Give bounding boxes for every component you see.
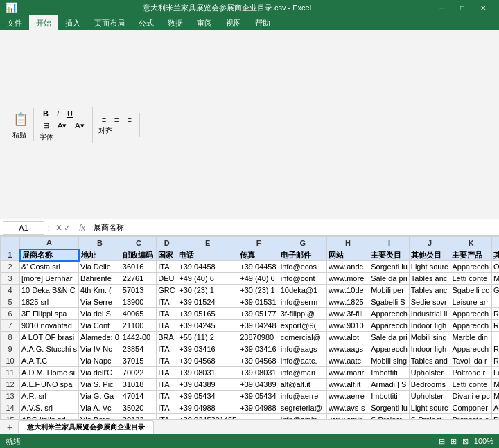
- row-header[interactable]: 3: [1, 273, 20, 285]
- cell[interactable]: +39 04248: [238, 320, 279, 332]
- align-center-button[interactable]: ≡: [111, 114, 122, 125]
- cell[interactable]: ITA: [157, 261, 177, 273]
- cell[interactable]: alf@alf.it: [279, 379, 326, 391]
- col-header-e[interactable]: E: [177, 237, 238, 249]
- cell[interactable]: Radio and: [491, 355, 499, 367]
- cell[interactable]: +39 04245: [177, 320, 238, 332]
- cell[interactable]: +39 04389: [177, 379, 238, 391]
- cell[interactable]: Sorgenti lu: [369, 402, 410, 414]
- cell-reference-input[interactable]: [3, 221, 44, 235]
- menu-insert[interactable]: 插入: [58, 15, 87, 30]
- cell[interactable]: Bedrooms: [409, 379, 450, 391]
- cell[interactable]: ITA: [157, 414, 177, 420]
- cell[interactable]: 国家: [157, 249, 177, 261]
- cell[interactable]: info@amin: [279, 414, 326, 420]
- cell[interactable]: Mobili sing: [409, 332, 450, 343]
- cell[interactable]: Via Delle: [79, 261, 121, 273]
- cell[interactable]: Indoor ligh: [409, 320, 450, 332]
- maximize-button[interactable]: □: [452, 0, 473, 15]
- cell[interactable]: Apparecch: [369, 343, 410, 355]
- cell[interactable]: +39 08031: [177, 367, 238, 379]
- cell[interactable]: 40065: [121, 308, 157, 320]
- cell[interactable]: 35020: [121, 402, 157, 414]
- cell[interactable]: Via G. Ga: [79, 391, 121, 402]
- cell[interactable]: www.more: [326, 273, 369, 285]
- menu-formula[interactable]: 公式: [132, 15, 161, 30]
- cell[interactable]: Via Cont: [79, 320, 121, 332]
- cell[interactable]: info@ecos: [279, 261, 326, 273]
- col-header-k[interactable]: K: [450, 237, 491, 249]
- cell[interactable]: Modern sc: [491, 391, 499, 402]
- paste-button[interactable]: 📋: [10, 109, 29, 129]
- cell[interactable]: A.L.F.UNO spa: [20, 379, 79, 391]
- cancel-formula-icon[interactable]: ✕: [55, 223, 62, 233]
- cell[interactable]: +39 08031: [238, 367, 279, 379]
- row-header[interactable]: 10: [1, 355, 20, 367]
- cell[interactable]: ITA: [157, 367, 177, 379]
- cell[interactable]: +39 03416: [177, 343, 238, 355]
- cell[interactable]: export@9(: [279, 320, 326, 332]
- cell[interactable]: +30 (23) 1: [238, 285, 279, 296]
- cell[interactable]: Sgabelli S: [369, 296, 410, 308]
- cell[interactable]: 网站: [326, 249, 369, 261]
- cell[interactable]: 22761: [121, 273, 157, 285]
- minimize-button[interactable]: ─: [431, 0, 452, 15]
- cell[interactable]: Apparecch: [450, 308, 491, 320]
- cell[interactable]: Mobili sing: [369, 355, 410, 367]
- cell[interactable]: S.Project: [409, 414, 450, 420]
- cell[interactable]: Modern fu: [491, 273, 499, 285]
- cell[interactable]: www.aags: [326, 343, 369, 355]
- cell[interactable]: Via A. Vc: [79, 402, 121, 414]
- cell[interactable]: 电子邮件: [279, 249, 326, 261]
- cell[interactable]: 36016: [121, 261, 157, 273]
- cell[interactable]: Via S. Pic: [79, 379, 121, 391]
- cell[interactable]: Divani e pc: [450, 391, 491, 402]
- cell[interactable]: Sgabelli cc: [450, 285, 491, 296]
- cell[interactable]: Alamede: 0: [79, 332, 121, 343]
- cell[interactable]: 10 Deka B&N C: [20, 285, 79, 296]
- align-left-button[interactable]: ≡: [98, 114, 110, 125]
- cell[interactable]: info@aatc.: [279, 355, 326, 367]
- cell[interactable]: Poltrone r: [450, 367, 491, 379]
- cell[interactable]: Garden un: [491, 285, 499, 296]
- underline-button[interactable]: U: [64, 108, 76, 119]
- row-header[interactable]: 13: [1, 391, 20, 402]
- cell[interactable]: Apparecch: [450, 320, 491, 332]
- cell[interactable]: Marble din: [450, 332, 491, 343]
- cell[interactable]: 其他产品: [491, 249, 499, 261]
- cell[interactable]: Recessed l: [491, 308, 499, 320]
- cell[interactable]: [491, 296, 499, 308]
- cell[interactable]: Apparecch: [450, 261, 491, 273]
- cell[interactable]: +39 01524: [177, 296, 238, 308]
- cell[interactable]: ITA: [157, 296, 177, 308]
- cell[interactable]: Via Serre: [79, 296, 121, 308]
- cell[interactable]: +49 (40) 6: [177, 273, 238, 285]
- close-button[interactable]: ✕: [473, 0, 493, 15]
- cell[interactable]: DEU: [157, 273, 177, 285]
- col-header-a[interactable]: A: [20, 237, 79, 249]
- menu-data[interactable]: 数据: [161, 15, 190, 30]
- cell[interactable]: www.marir: [326, 367, 369, 379]
- font-color-button[interactable]: A▾: [71, 120, 87, 132]
- cell[interactable]: 23854: [121, 343, 157, 355]
- cell[interactable]: Letti conte: [450, 273, 491, 285]
- cell[interactable]: Armadi | S: [369, 379, 410, 391]
- cell[interactable]: info@cont: [279, 273, 326, 285]
- cell[interactable]: www.1825: [326, 296, 369, 308]
- cell[interactable]: A.V.S. srl: [20, 402, 79, 414]
- cell[interactable]: Sedie sovr: [409, 296, 450, 308]
- menu-view[interactable]: 视图: [219, 15, 248, 30]
- cell[interactable]: +39 05177: [238, 308, 279, 320]
- col-header-b[interactable]: B: [79, 237, 121, 249]
- cell[interactable]: ITA: [157, 320, 177, 332]
- cell[interactable]: 37015: [121, 355, 157, 367]
- align-right-button[interactable]: ≡: [124, 114, 135, 125]
- cell[interactable]: Letti conte: [450, 379, 491, 391]
- row-header[interactable]: 6: [1, 308, 20, 320]
- cell[interactable]: Apparecch: [450, 343, 491, 355]
- cell[interactable]: 57013: [121, 285, 157, 296]
- cell[interactable]: Imbottiti: [369, 391, 410, 402]
- cell[interactable]: 1825 srl: [20, 296, 79, 308]
- cell[interactable]: +49 (40) 6: [238, 273, 279, 285]
- cell[interactable]: 主要类目: [369, 249, 410, 261]
